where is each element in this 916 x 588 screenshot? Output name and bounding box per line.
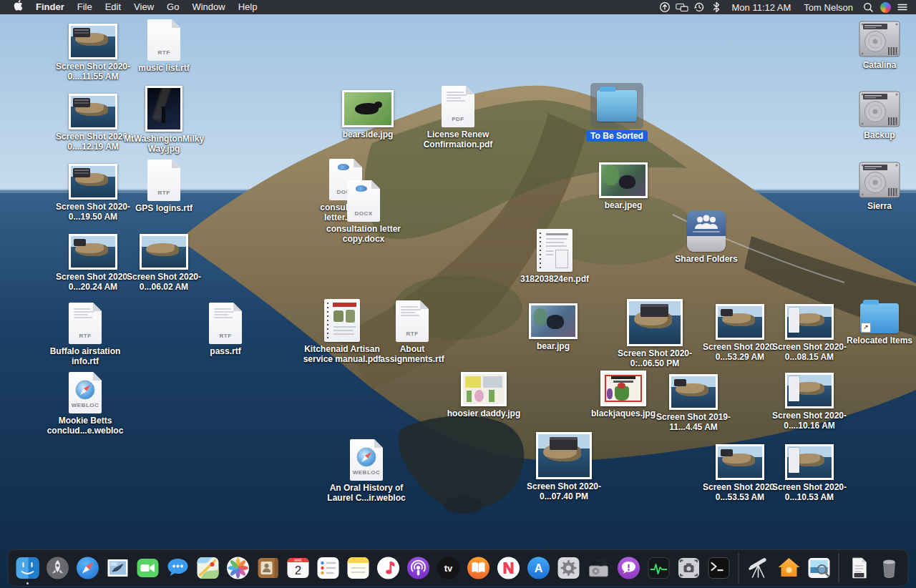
svg-text:A: A	[534, 562, 542, 574]
dock-podcasts-icon[interactable]	[405, 555, 432, 582]
desktop-icon-318203824en-pdf[interactable]: 318203824en.pdf	[512, 229, 597, 284]
desktop-icon-screen-shot-2020-0-06-02-am[interactable]: Screen Shot 2020-0...06.02 AM	[122, 234, 206, 292]
dock-reminders-icon[interactable]	[315, 555, 341, 582]
desktop-icon-bear-jpg[interactable]: bear.jpg	[511, 303, 595, 351]
file-icon-art	[461, 372, 507, 406]
dock-books-icon[interactable]	[465, 555, 492, 582]
desktop-icon-shared-folders[interactable]: Shared Folders	[664, 210, 749, 264]
dock-maps-icon[interactable]	[195, 555, 221, 582]
dock-divider	[739, 553, 739, 583]
dock-tv-icon[interactable]: tv	[435, 555, 462, 582]
menu-file[interactable]: File	[71, 0, 99, 14]
desktop-icon-mookie-betts-conclud-e-webloc[interactable]: WEBLOC Mookie Betts conclud...e.webloc	[43, 372, 127, 436]
desktop-icon-screen-shot-2020-0-06-50-pm[interactable]: Screen Shot 2020-0:..06.50 PM	[613, 299, 697, 368]
desktop-icon-mtwashingtonmilkyway-jpg[interactable]: MtWashingtonMilkyWay.jpg	[122, 86, 206, 154]
menu-view[interactable]: View	[127, 0, 160, 14]
hard-drive-icon	[857, 161, 902, 199]
dock-facetime-icon[interactable]	[135, 555, 161, 582]
file-icon-art: RTF	[209, 303, 242, 344]
dock-safari-icon[interactable]	[74, 555, 101, 582]
file-icon-art: WEBLOC	[350, 439, 383, 481]
file-label: Buffalo airstation info.rtf	[43, 346, 127, 366]
dock-music-icon[interactable]	[375, 555, 401, 582]
image-thumbnail-icon	[785, 304, 834, 340]
time-machine-icon[interactable]	[693, 1, 706, 14]
spotlight-icon[interactable]	[862, 1, 874, 14]
dock-recent-document-icon[interactable]	[846, 555, 872, 582]
dock-contacts-icon[interactable]	[255, 555, 281, 582]
hard-drive-icon	[857, 90, 902, 128]
file-label: Screen Shot 2020-0...07.40 PM	[522, 481, 606, 501]
dock-telescope-app-icon[interactable]	[746, 555, 772, 582]
desktop-icon-license-renew-confirmation-pdf[interactable]: PDF License Renew Confirmation.pdf	[416, 86, 500, 150]
file-label: bear.jpeg	[605, 200, 643, 210]
image-thumbnail-icon	[669, 374, 718, 410]
desktop-icon-backup[interactable]: Backup	[837, 90, 916, 140]
desktop-icon-gps-logins-rtf[interactable]: RTF GPS logins.rtf	[122, 160, 206, 213]
dock-app-store-icon[interactable]: A	[525, 555, 552, 582]
desktop-icon-bear-jpeg[interactable]: bear.jpeg	[581, 162, 666, 210]
software-update-icon[interactable]	[658, 1, 671, 14]
file-icon-art	[590, 83, 643, 129]
menu-clock[interactable]: Mon 11:12 AM	[727, 2, 795, 13]
desktop-icon-pass-rtf[interactable]: RTF pass.rtf	[183, 303, 268, 356]
desktop-icon-screen-shot-2020-0-10-16-am[interactable]: Screen Shot 2020-0....10.16 AM	[767, 373, 852, 431]
desktop-icon-sierra[interactable]: Sierra	[837, 161, 916, 211]
apple-menu[interactable]	[7, 0, 29, 15]
desktop-icon-consultation-letter-copy-docx[interactable]: DOCX consultation letter copy.docx	[321, 180, 406, 244]
menu-app-name[interactable]: Finder	[29, 0, 71, 14]
svg-text:2: 2	[294, 564, 301, 577]
menu-window[interactable]: Window	[185, 0, 231, 14]
desktop-icon-screen-shot-2020-0-10-53-am[interactable]: Screen Shot 2020-0...10.53 AM	[767, 444, 852, 502]
desktop-icon-buffalo-airstation-info-rtf[interactable]: RTF Buffalo airstation info.rtf	[43, 303, 127, 366]
file-label: Screen Shot 2020-0...10.53 AM	[767, 482, 852, 502]
file-icon-art	[140, 234, 188, 270]
bluetooth-icon[interactable]	[710, 1, 723, 14]
dock-feedback-assistant-icon[interactable]	[615, 555, 642, 582]
dock-home-icon[interactable]	[776, 555, 802, 582]
dock-mail-icon[interactable]	[104, 555, 131, 582]
desktop-icon-music-list-rtf[interactable]: RTF music list.rtf	[122, 19, 206, 73]
dock-finder-icon[interactable]	[14, 555, 41, 582]
file-icon-art: DOCX	[347, 180, 380, 222]
file-page-icon: WEBLOC	[350, 439, 383, 481]
dock-trash-icon[interactable]	[876, 555, 902, 582]
desktop-icon-screen-shot-2020-0-07-40-pm[interactable]: Screen Shot 2020-0...07.40 PM	[522, 432, 606, 501]
file-label: About assignments.rtf	[370, 344, 454, 364]
dock-news-icon[interactable]	[495, 555, 522, 582]
menu-go[interactable]: Go	[160, 0, 185, 14]
dock-system-monitor-icon[interactable]	[645, 555, 672, 582]
dock-disk-tool-icon[interactable]	[585, 555, 612, 582]
file-label: Mookie Betts conclud...e.webloc	[43, 416, 127, 436]
dock-preview-icon[interactable]	[806, 555, 832, 582]
menu-edit[interactable]: Edit	[99, 0, 127, 14]
desktop-icon-catalina[interactable]: Catalina	[837, 20, 916, 70]
file-icon-art: WEBLOC	[69, 372, 102, 413]
file-icon-art	[529, 303, 578, 339]
image-thumbnail-icon	[69, 234, 117, 270]
notification-center-icon[interactable]	[896, 1, 909, 14]
desktop-icon-hoosier-daddy-jpg[interactable]: hoosier daddy.jpg	[442, 372, 526, 418]
siri-icon[interactable]	[879, 1, 892, 14]
desktop-icon-to-be-sorted[interactable]: To Be Sorted	[575, 83, 659, 141]
desktop-icon-bearside-jpg[interactable]: bearside.jpg	[326, 90, 410, 139]
dock-calendar-icon[interactable]: MAR2	[285, 555, 311, 582]
desktop-icon-screen-shot-2019-11-4-45-am[interactable]: Screen Shot 2019-11...4.45 AM	[651, 374, 736, 432]
image-thumbnail-icon	[600, 371, 646, 406]
dock-notes-icon[interactable]	[345, 555, 371, 582]
dock-terminal-icon[interactable]	[706, 555, 732, 582]
dock-photos-icon[interactable]	[225, 555, 251, 582]
dock-messages-icon[interactable]	[165, 555, 191, 582]
dock-launchpad-icon[interactable]	[44, 555, 71, 582]
spiral-document-icon	[537, 229, 572, 272]
desktop-icon-an-oral-history-of-laurel-c-ir-webloc[interactable]: WEBLOC An Oral History of Laurel C...ir.…	[324, 439, 409, 503]
dock-system-preferences-icon[interactable]	[555, 555, 582, 582]
dock-screenshot-utility-icon[interactable]	[676, 555, 702, 582]
desktop-icon-about-assignments-rtf[interactable]: RTF About assignments.rtf	[370, 300, 454, 364]
menu-help[interactable]: Help	[232, 0, 264, 14]
desktop-icon-relocated-items[interactable]: ↗ Relocated Items	[837, 303, 916, 346]
file-page-icon: DOCX	[347, 180, 380, 222]
hard-drive-icon	[857, 20, 902, 58]
menu-user-name[interactable]: Tom Nelson	[799, 2, 857, 13]
displays-icon[interactable]	[676, 1, 688, 14]
